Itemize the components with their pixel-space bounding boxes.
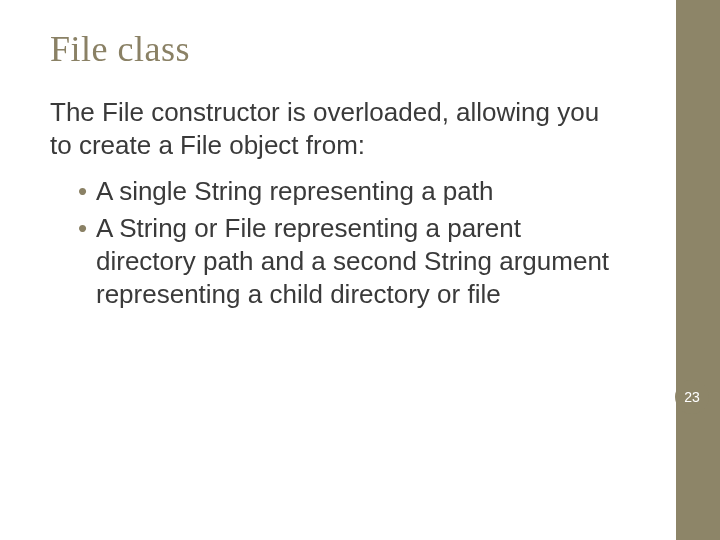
slide: File class The File constructor is overl… <box>0 0 720 540</box>
slide-body: The File constructor is overloaded, allo… <box>50 96 610 312</box>
page-number: 23 <box>684 389 700 405</box>
list-item: A String or File representing a parent d… <box>78 212 610 312</box>
slide-title: File class <box>50 28 670 70</box>
page-number-badge: 23 <box>675 380 709 414</box>
bullet-list: A single String representing a path A St… <box>50 175 610 312</box>
sidebar-stripe <box>676 0 720 540</box>
intro-text: The File constructor is overloaded, allo… <box>50 96 610 163</box>
list-item: A single String representing a path <box>78 175 610 208</box>
